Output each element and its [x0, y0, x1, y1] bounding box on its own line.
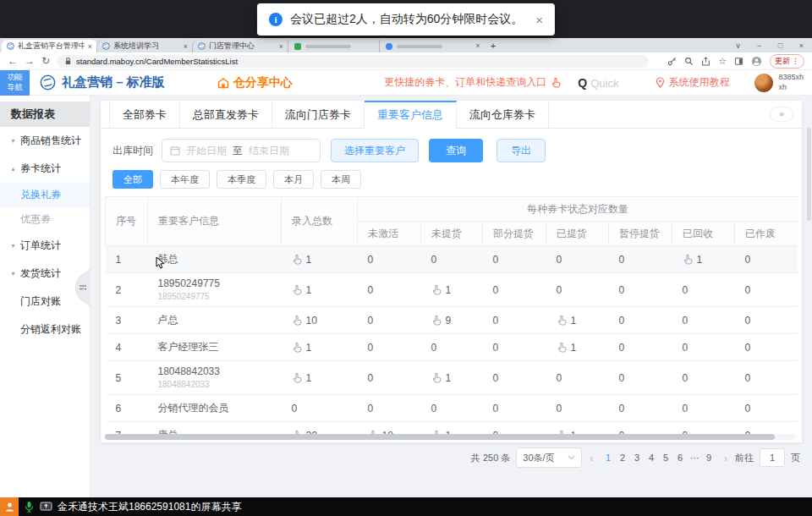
table-row[interactable]: 5180488420331804884203310100000	[106, 361, 798, 395]
tabs-more-button[interactable]: »	[770, 107, 793, 122]
forward-icon[interactable]: →	[25, 56, 35, 66]
quick-range-chip[interactable]: 本季度	[217, 170, 266, 189]
toast-close-icon[interactable]: ×	[535, 13, 543, 27]
key-icon[interactable]	[667, 57, 677, 66]
tab-group-icon[interactable]	[734, 57, 743, 66]
horizontal-scrollbar[interactable]	[105, 434, 795, 440]
cell-count[interactable]: 1	[421, 361, 483, 395]
content-tab[interactable]: 全部券卡	[109, 101, 180, 128]
url-field[interactable]: standard.maboy.cn/CardMemberStatisticsLi…	[57, 55, 649, 68]
scrollbar-thumb[interactable]	[105, 434, 775, 440]
cell-count[interactable]: 1	[546, 307, 609, 334]
new-tab-button[interactable]: +	[485, 40, 502, 52]
cell-count[interactable]: 10	[282, 307, 358, 334]
cell-count[interactable]: 1	[282, 246, 358, 273]
back-icon[interactable]: ←	[8, 56, 18, 66]
participant-icon[interactable]	[0, 497, 19, 516]
cell-customer[interactable]: 韩总	[148, 246, 282, 273]
page-number[interactable]: 5	[659, 453, 673, 463]
sidebar-item[interactable]: ▾订单统计	[0, 232, 90, 260]
page-number[interactable]: 9	[702, 453, 716, 463]
cell-count[interactable]: 1	[546, 334, 609, 361]
tab-close-icon[interactable]: ×	[184, 42, 188, 51]
table-row[interactable]: 3卢总100901000	[106, 307, 798, 334]
browser-tab-partial[interactable]	[288, 40, 380, 52]
tab-close-icon[interactable]: ×	[88, 42, 92, 51]
browser-tab[interactable]: 系统培训学习×	[97, 40, 193, 52]
tab-close-icon[interactable]: ×	[279, 42, 283, 51]
tab-title-obscured	[397, 45, 442, 48]
content-tab[interactable]: 流向门店券卡	[272, 101, 365, 128]
tab-search-chevron-icon[interactable]: ∨	[727, 39, 749, 52]
select-customer-button[interactable]: 选择重要客户	[331, 139, 419, 162]
filter-section: 出库时间 开始日期 至 结束日期 选择重要客户 查询 导出 全部本年度本季度	[101, 129, 802, 189]
user-avatar[interactable]	[754, 74, 773, 92]
sidebar-item[interactable]: 分销返利对账	[0, 316, 90, 343]
tab-close-icon[interactable]: ×	[471, 40, 485, 52]
next-page-button[interactable]: ›	[722, 452, 729, 464]
profile-icon[interactable]	[751, 56, 762, 67]
search-button[interactable]: 查询	[429, 139, 483, 162]
sidebar-item[interactable]: ▾商品销售统计	[0, 127, 90, 155]
cell-count[interactable]: 1	[282, 273, 358, 307]
cell-customer[interactable]: 卢总	[148, 307, 282, 334]
sidebar-subitem[interactable]: 优惠券	[0, 207, 90, 232]
quick-search[interactable]: Q Quick	[578, 76, 618, 90]
maximize-icon[interactable]: □	[770, 39, 791, 52]
cell-customer[interactable]: 分销代理的会员	[148, 395, 282, 422]
content-tab[interactable]: 流向仓库券卡	[457, 101, 549, 128]
cell-count[interactable]: 9	[421, 307, 483, 334]
browser-tab-partial[interactable]	[380, 40, 471, 52]
cell-count[interactable]: 1	[282, 334, 358, 361]
page-size-select[interactable]: 30条/页	[516, 447, 582, 468]
page-number[interactable]: 1	[601, 453, 616, 463]
content-tab[interactable]: 总部直发券卡	[180, 101, 272, 128]
quick-range-chip[interactable]: 本月	[273, 170, 314, 189]
cell-customer[interactable]: 1804884203318048842033	[148, 361, 282, 395]
tap-hand-icon	[292, 372, 303, 383]
table-row[interactable]: 2189502497751895024977510100000	[106, 273, 798, 307]
bookmark-star-icon[interactable]: ☆	[718, 57, 727, 66]
page-number[interactable]: 6	[673, 453, 688, 463]
zoom-icon[interactable]	[684, 57, 694, 66]
goto-page-input[interactable]	[760, 448, 785, 467]
browser-tab[interactable]: 礼盒营销平台管理中心×	[2, 40, 97, 52]
quick-range-chip[interactable]: 全部	[112, 170, 153, 189]
content-tab[interactable]: 重要客户信息	[365, 101, 457, 128]
cell-customer[interactable]: 1895024977518950249775	[148, 273, 282, 307]
tutorial-link[interactable]: 系统使用教程	[656, 75, 729, 90]
export-button[interactable]: 导出	[497, 139, 546, 162]
screen-share-icon[interactable]	[40, 502, 52, 512]
page-ellipsis[interactable]: ···	[688, 453, 702, 463]
sidebar-subitem[interactable]: 兑换礼券	[0, 183, 90, 207]
page-number[interactable]: 2	[616, 453, 630, 463]
browser-tab[interactable]: 门店管理中心×	[193, 40, 288, 52]
tab-title: 门店管理中心	[209, 41, 276, 52]
quick-entry-link[interactable]: 更快捷的券卡、订单和快递查询入口	[384, 75, 565, 90]
table-row[interactable]: 4客户经理张三10001000	[106, 334, 798, 361]
sidebar-item[interactable]: ▴券卡统计	[0, 155, 90, 183]
minimize-icon[interactable]: −	[749, 39, 770, 52]
close-icon[interactable]: ×	[791, 39, 812, 52]
vertical-scrollbar[interactable]	[807, 128, 811, 221]
reload-icon[interactable]: ↻	[41, 56, 50, 66]
prev-page-button[interactable]: ‹	[588, 452, 595, 464]
cell-count[interactable]: 1	[672, 246, 735, 273]
page-number[interactable]: 3	[630, 453, 645, 463]
chrome-update-button[interactable]: 更新 ⋮	[770, 54, 804, 69]
quick-range-chip[interactable]: 本周	[321, 170, 361, 189]
function-nav-button[interactable]: 功能 导航	[0, 70, 30, 96]
date-range-input[interactable]: 开始日期 至 结束日期	[162, 139, 321, 162]
table-row[interactable]: 6分销代理的会员00000000	[106, 395, 798, 422]
share-icon[interactable]	[701, 57, 710, 66]
share-center-link[interactable]: 仓分享中心	[217, 75, 293, 91]
quick-range-chip[interactable]: 本年度	[160, 170, 210, 189]
count-value: 0	[619, 342, 625, 354]
microphone-icon[interactable]	[24, 501, 35, 513]
cell-count[interactable]: 1	[421, 273, 483, 307]
cell-count[interactable]: 1	[282, 361, 358, 395]
page-unit: 页	[791, 452, 800, 464]
table-row[interactable]: 1韩总10000010	[106, 246, 798, 273]
page-number[interactable]: 4	[645, 453, 659, 463]
cell-customer[interactable]: 客户经理张三	[148, 334, 282, 361]
